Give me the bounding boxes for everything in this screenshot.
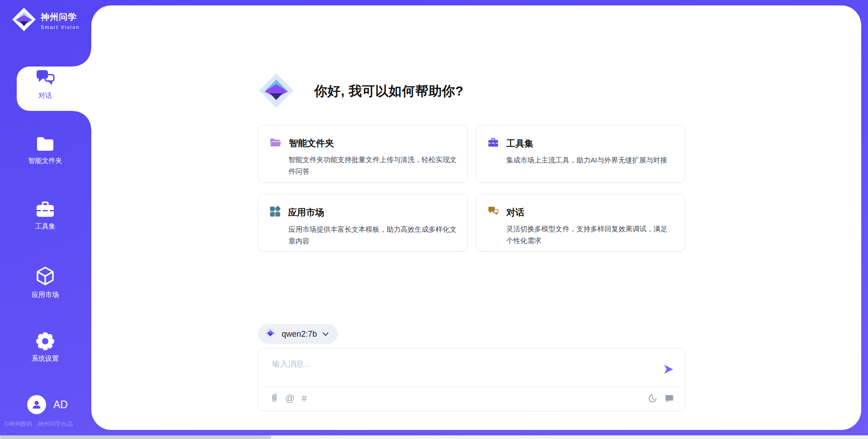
greeting-logo-icon xyxy=(258,72,294,110)
chat-icon xyxy=(0,69,90,88)
hash-icon[interactable]: # xyxy=(302,394,307,403)
comment-icon[interactable] xyxy=(665,394,674,403)
quick-cards: 智能文件夹 智能文件夹功能支持批量文件上传与清洗，轻松实现文件问答 xyxy=(258,125,685,252)
sidebar-item-label: 工具集 xyxy=(0,222,90,231)
card-chat[interactable]: 对话 灵活切换多模型文件，支持多样回复效果调试，满足个性化需求 xyxy=(476,194,685,252)
model-name: qwen2:7b xyxy=(282,329,317,339)
open-folder-icon xyxy=(269,137,282,149)
sidebar: 神州问学 Smart Vision 对话 xyxy=(0,0,91,439)
horizontal-scrollbar-track[interactable] xyxy=(0,435,868,439)
brand-name: 神州问学 xyxy=(41,11,80,23)
chevron-down-icon xyxy=(322,330,329,338)
sidebar-item-app-market[interactable]: 应用市场 xyxy=(0,266,90,299)
at-icon[interactable]: @ xyxy=(285,394,294,403)
card-app-market[interactable]: 应用市场 应用市场提供丰富长文本模板，助力高效生成多样化文章内容 xyxy=(258,194,468,252)
sidebar-item-label: 系统设置 xyxy=(0,354,90,363)
horizontal-scrollbar-thumb[interactable] xyxy=(0,435,271,439)
card-description: 灵活切换多模型文件，支持多样回复效果调试，满足个性化需求 xyxy=(506,223,674,246)
card-description: 应用市场提供丰富长文本模板，助力高效生成多样化文章内容 xyxy=(288,224,457,247)
app: 神州问学 Smart Vision 对话 xyxy=(0,0,868,439)
folder-icon xyxy=(0,135,90,153)
sidebar-item-chat[interactable]: 对话 xyxy=(0,69,90,100)
message-input[interactable] xyxy=(272,358,643,382)
model-logo-icon xyxy=(264,327,276,341)
grid-icon xyxy=(269,206,281,219)
card-title: 应用市场 xyxy=(288,206,324,219)
user-profile[interactable]: AD xyxy=(27,395,68,414)
paperclip-icon[interactable] xyxy=(270,393,278,404)
card-title: 工具集 xyxy=(506,138,533,150)
card-title: 智能文件夹 xyxy=(289,137,334,149)
user-name: AD xyxy=(53,399,68,411)
model-selector[interactable]: qwen2:7b xyxy=(258,324,338,344)
avatar xyxy=(27,395,46,414)
sidebar-item-toolset[interactable]: 工具集 xyxy=(0,200,90,231)
briefcase-icon xyxy=(0,200,90,219)
chat-bubbles-icon xyxy=(487,206,499,219)
composer-divider xyxy=(264,387,679,387)
brand-subtitle: Smart Vision xyxy=(41,24,80,30)
greeting-text: 你好, 我可以如何帮助你? xyxy=(314,82,463,100)
card-description: 集成市场上主流工具，助力AI与外界无缝扩展与对接 xyxy=(506,154,674,166)
brand-logo-icon xyxy=(12,7,36,33)
history-icon[interactable] xyxy=(648,394,657,403)
sidebar-item-settings[interactable]: 系统设置 xyxy=(0,332,90,363)
send-icon[interactable] xyxy=(663,364,674,377)
card-description: 智能文件夹功能支持批量文件上传与清洗，轻松实现文件问答 xyxy=(288,154,457,177)
sidebar-item-label: 应用市场 xyxy=(0,291,90,299)
sidebar-item-label: 智能文件夹 xyxy=(0,157,90,165)
card-toolset[interactable]: 工具集 集成市场上主流工具，助力AI与外界无缝扩展与对接 xyxy=(476,125,685,183)
card-title: 对话 xyxy=(506,206,524,219)
brand: 神州问学 Smart Vision xyxy=(12,7,80,33)
toolbox-icon xyxy=(487,137,499,150)
copyright: ©神州数码 · 神州问学出品 xyxy=(5,420,95,428)
message-composer: @ # xyxy=(258,348,685,411)
main-panel: 你好, 我可以如何帮助你? 智能文件夹 智能文件夹功能支持批量文件上传与清洗，轻… xyxy=(91,5,861,430)
greeting: 你好, 我可以如何帮助你? xyxy=(258,72,463,110)
tab-fillet-top xyxy=(73,48,91,67)
gear-icon xyxy=(0,332,90,351)
sidebar-item-smart-folder[interactable]: 智能文件夹 xyxy=(0,135,90,165)
card-smart-folder[interactable]: 智能文件夹 智能文件夹功能支持批量文件上传与清洗，轻松实现文件问答 xyxy=(258,125,468,183)
cube-icon xyxy=(0,266,90,287)
sidebar-item-label: 对话 xyxy=(0,91,90,100)
composer-toolbar: @ # xyxy=(270,393,674,404)
tab-fillet-bottom xyxy=(73,111,91,129)
